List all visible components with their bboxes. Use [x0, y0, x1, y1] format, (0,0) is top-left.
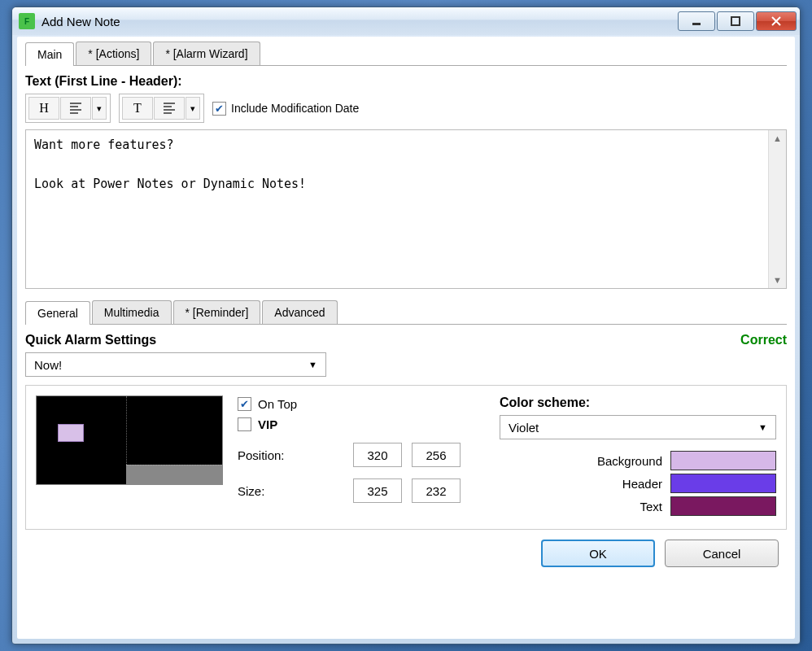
dialog-window: F Add New Note Main * [Actions] * [Alarm…	[11, 7, 801, 644]
client-area: Main * [Actions] * [Alarm Wizard] Text (…	[17, 37, 795, 639]
align-lines-icon	[69, 102, 82, 115]
chevron-down-icon: ▼	[308, 360, 317, 369]
window-controls	[678, 11, 797, 31]
tab-alarm-wizard[interactable]: * [Alarm Wizard]	[153, 42, 260, 65]
quick-alarm-status: Correct	[740, 333, 787, 347]
header-align-button[interactable]	[60, 97, 91, 120]
scroll-down-icon: ▼	[773, 275, 782, 285]
color-scheme-panel: Color scheme: Violet ▼ Background Header	[500, 395, 776, 519]
close-button[interactable]	[756, 11, 797, 31]
vip-checkbox[interactable]: VIP	[238, 417, 485, 431]
close-icon	[771, 16, 781, 26]
maximize-button[interactable]	[717, 11, 754, 31]
sub-tabs: General Multimedia * [Reminder] Advanced	[25, 300, 787, 325]
quick-alarm-select[interactable]: Now! ▼	[25, 352, 326, 377]
position-x-input[interactable]	[353, 443, 402, 467]
chevron-down-icon: ▼	[758, 422, 767, 432]
text-section-label: Text (First Line - Header):	[25, 74, 787, 89]
include-mod-date-checkbox[interactable]: ✔ Include Modification Date	[212, 102, 359, 116]
color-scheme-select[interactable]: Violet ▼	[500, 415, 776, 439]
preview-divider	[126, 396, 127, 465]
quick-alarm-label: Quick Alarm Settings	[25, 333, 156, 347]
on-top-checkbox[interactable]: ✔ On Top	[238, 397, 485, 411]
header-font-button[interactable]: H	[28, 97, 59, 120]
position-preview[interactable]	[36, 395, 223, 485]
app-icon: F	[19, 13, 35, 29]
scroll-up-icon: ▲	[773, 133, 782, 143]
swatch-header[interactable]	[670, 474, 776, 493]
svg-rect-0	[692, 23, 701, 25]
swatch-background-row: Background	[500, 451, 776, 470]
position-label: Position:	[238, 448, 343, 462]
preview-tray	[126, 465, 222, 484]
color-scheme-label: Color scheme:	[500, 395, 776, 410]
quick-alarm-selected: Now!	[34, 358, 62, 372]
header-format-dropdown[interactable]: ▾	[92, 97, 107, 120]
tab-multimedia[interactable]: Multimedia	[92, 300, 172, 324]
position-y-input[interactable]	[412, 443, 461, 467]
on-top-label: On Top	[258, 397, 297, 411]
swatch-background[interactable]	[670, 451, 776, 470]
note-text-container: ▲ ▼	[25, 129, 787, 289]
sub-tabs-section: General Multimedia * [Reminder] Advanced…	[25, 300, 787, 530]
titlebar[interactable]: F Add New Note	[12, 7, 800, 35]
text-format-group: T ▾	[119, 94, 204, 123]
size-label: Size:	[238, 484, 343, 498]
include-mod-date-label: Include Modification Date	[231, 102, 359, 115]
quick-alarm-header: Quick Alarm Settings Correct	[25, 333, 787, 347]
svg-rect-1	[731, 17, 740, 25]
window-title: Add New Note	[41, 15, 678, 28]
header-format-group: H ▾	[25, 94, 111, 123]
dialog-footer: OK Cancel	[25, 530, 787, 572]
size-w-input[interactable]	[353, 478, 402, 503]
ok-button[interactable]: OK	[541, 540, 655, 567]
note-text-input[interactable]	[26, 130, 768, 288]
swatch-header-label: Header	[622, 477, 662, 491]
checkbox-icon: ✔	[238, 397, 251, 411]
format-toolbar: H ▾ T ▾ ✔ Include Modification Date	[25, 94, 787, 123]
text-align-button[interactable]	[154, 97, 185, 120]
tab-general[interactable]: General	[25, 301, 90, 325]
note-options: ✔ On Top VIP Position: Size:	[238, 395, 485, 519]
color-scheme-selected: Violet	[509, 421, 539, 435]
swatch-text-label: Text	[640, 500, 662, 513]
swatch-text[interactable]	[670, 496, 776, 516]
textarea-scrollbar[interactable]: ▲ ▼	[768, 130, 786, 288]
text-format-dropdown[interactable]: ▾	[186, 97, 200, 120]
preview-note-icon	[58, 424, 84, 442]
main-tabs: Main * [Actions] * [Alarm Wizard]	[25, 42, 787, 66]
align-lines-icon	[163, 102, 176, 115]
swatch-text-row: Text	[500, 496, 776, 516]
general-panel: ✔ On Top VIP Position: Size:	[25, 385, 787, 530]
vip-label: VIP	[258, 417, 277, 431]
swatch-header-row: Header	[500, 474, 776, 493]
checkbox-icon	[238, 417, 251, 431]
text-font-button[interactable]: T	[122, 97, 153, 120]
tab-reminder[interactable]: * [Reminder]	[173, 300, 261, 324]
tab-advanced[interactable]: Advanced	[262, 300, 337, 324]
minimize-button[interactable]	[678, 11, 715, 31]
position-row: Position:	[238, 443, 485, 467]
minimize-icon	[692, 16, 701, 26]
size-row: Size:	[238, 478, 485, 503]
swatch-background-label: Background	[597, 454, 662, 468]
cancel-button[interactable]: Cancel	[665, 540, 779, 567]
maximize-icon	[731, 16, 740, 26]
tab-actions[interactable]: * [Actions]	[76, 42, 151, 65]
tab-main[interactable]: Main	[25, 42, 74, 66]
size-h-input[interactable]	[412, 478, 461, 503]
checkbox-icon: ✔	[212, 102, 226, 116]
